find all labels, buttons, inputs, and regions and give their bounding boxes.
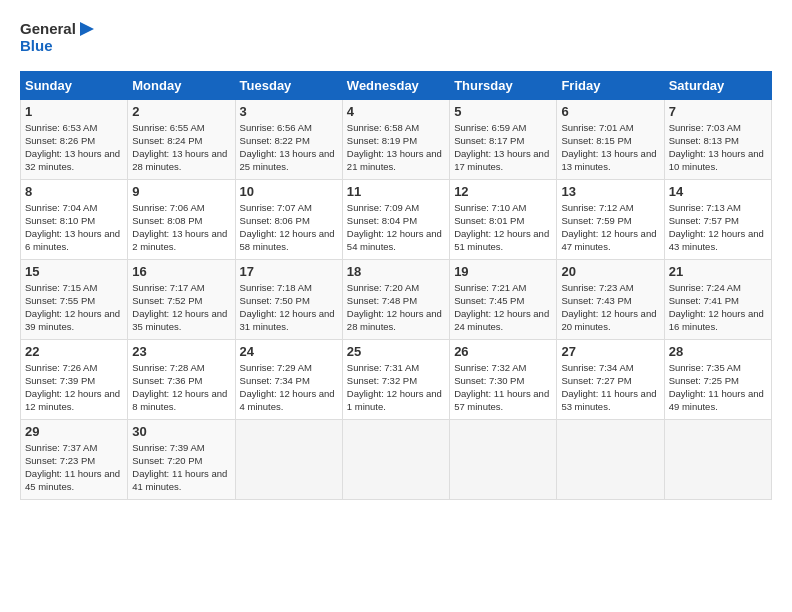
calendar-cell — [664, 419, 771, 499]
logo-general: General — [20, 21, 76, 38]
calendar-cell: 4Sunrise: 6:58 AMSunset: 8:19 PMDaylight… — [342, 99, 449, 179]
calendar-cell: 30Sunrise: 7:39 AMSunset: 7:20 PMDayligh… — [128, 419, 235, 499]
day-number: 1 — [25, 104, 123, 119]
day-number: 6 — [561, 104, 659, 119]
calendar-cell: 15Sunrise: 7:15 AMSunset: 7:55 PMDayligh… — [21, 259, 128, 339]
calendar-cell — [342, 419, 449, 499]
calendar-cell: 23Sunrise: 7:28 AMSunset: 7:36 PMDayligh… — [128, 339, 235, 419]
day-number: 15 — [25, 264, 123, 279]
calendar-cell: 18Sunrise: 7:20 AMSunset: 7:48 PMDayligh… — [342, 259, 449, 339]
day-number: 22 — [25, 344, 123, 359]
day-number: 21 — [669, 264, 767, 279]
calendar-table: SundayMondayTuesdayWednesdayThursdayFrid… — [20, 71, 772, 500]
logo: General Blue — [20, 20, 96, 55]
col-header-tuesday: Tuesday — [235, 71, 342, 99]
day-number: 25 — [347, 344, 445, 359]
cell-sun-info: Sunrise: 7:12 AMSunset: 7:59 PMDaylight:… — [561, 201, 659, 254]
day-number: 19 — [454, 264, 552, 279]
calendar-cell: 27Sunrise: 7:34 AMSunset: 7:27 PMDayligh… — [557, 339, 664, 419]
cell-sun-info: Sunrise: 7:35 AMSunset: 7:25 PMDaylight:… — [669, 361, 767, 414]
col-header-saturday: Saturday — [664, 71, 771, 99]
calendar-week-4: 22Sunrise: 7:26 AMSunset: 7:39 PMDayligh… — [21, 339, 772, 419]
calendar-week-2: 8Sunrise: 7:04 AMSunset: 8:10 PMDaylight… — [21, 179, 772, 259]
calendar-cell: 6Sunrise: 7:01 AMSunset: 8:15 PMDaylight… — [557, 99, 664, 179]
cell-sun-info: Sunrise: 7:37 AMSunset: 7:23 PMDaylight:… — [25, 441, 123, 494]
day-number: 11 — [347, 184, 445, 199]
col-header-thursday: Thursday — [450, 71, 557, 99]
svg-marker-0 — [80, 22, 94, 36]
calendar-cell: 22Sunrise: 7:26 AMSunset: 7:39 PMDayligh… — [21, 339, 128, 419]
cell-sun-info: Sunrise: 7:21 AMSunset: 7:45 PMDaylight:… — [454, 281, 552, 334]
calendar-cell: 29Sunrise: 7:37 AMSunset: 7:23 PMDayligh… — [21, 419, 128, 499]
calendar-cell: 13Sunrise: 7:12 AMSunset: 7:59 PMDayligh… — [557, 179, 664, 259]
day-number: 20 — [561, 264, 659, 279]
day-number: 10 — [240, 184, 338, 199]
day-number: 5 — [454, 104, 552, 119]
cell-sun-info: Sunrise: 6:59 AMSunset: 8:17 PMDaylight:… — [454, 121, 552, 174]
calendar-cell — [235, 419, 342, 499]
day-number: 18 — [347, 264, 445, 279]
calendar-cell: 9Sunrise: 7:06 AMSunset: 8:08 PMDaylight… — [128, 179, 235, 259]
cell-sun-info: Sunrise: 7:34 AMSunset: 7:27 PMDaylight:… — [561, 361, 659, 414]
calendar-cell: 11Sunrise: 7:09 AMSunset: 8:04 PMDayligh… — [342, 179, 449, 259]
logo-container: General Blue — [20, 20, 96, 55]
calendar-cell — [557, 419, 664, 499]
day-number: 27 — [561, 344, 659, 359]
day-number: 26 — [454, 344, 552, 359]
calendar-cell: 8Sunrise: 7:04 AMSunset: 8:10 PMDaylight… — [21, 179, 128, 259]
col-header-sunday: Sunday — [21, 71, 128, 99]
calendar-cell: 14Sunrise: 7:13 AMSunset: 7:57 PMDayligh… — [664, 179, 771, 259]
cell-sun-info: Sunrise: 6:56 AMSunset: 8:22 PMDaylight:… — [240, 121, 338, 174]
cell-sun-info: Sunrise: 7:20 AMSunset: 7:48 PMDaylight:… — [347, 281, 445, 334]
cell-sun-info: Sunrise: 7:29 AMSunset: 7:34 PMDaylight:… — [240, 361, 338, 414]
cell-sun-info: Sunrise: 7:32 AMSunset: 7:30 PMDaylight:… — [454, 361, 552, 414]
cell-sun-info: Sunrise: 6:55 AMSunset: 8:24 PMDaylight:… — [132, 121, 230, 174]
cell-sun-info: Sunrise: 7:06 AMSunset: 8:08 PMDaylight:… — [132, 201, 230, 254]
day-number: 17 — [240, 264, 338, 279]
col-header-monday: Monday — [128, 71, 235, 99]
day-number: 4 — [347, 104, 445, 119]
calendar-week-5: 29Sunrise: 7:37 AMSunset: 7:23 PMDayligh… — [21, 419, 772, 499]
cell-sun-info: Sunrise: 7:26 AMSunset: 7:39 PMDaylight:… — [25, 361, 123, 414]
logo-blue: Blue — [20, 38, 96, 55]
calendar-cell: 24Sunrise: 7:29 AMSunset: 7:34 PMDayligh… — [235, 339, 342, 419]
cell-sun-info: Sunrise: 7:31 AMSunset: 7:32 PMDaylight:… — [347, 361, 445, 414]
cell-sun-info: Sunrise: 7:13 AMSunset: 7:57 PMDaylight:… — [669, 201, 767, 254]
calendar-cell: 16Sunrise: 7:17 AMSunset: 7:52 PMDayligh… — [128, 259, 235, 339]
calendar-cell: 1Sunrise: 6:53 AMSunset: 8:26 PMDaylight… — [21, 99, 128, 179]
col-header-wednesday: Wednesday — [342, 71, 449, 99]
header: General Blue — [20, 20, 772, 55]
day-number: 29 — [25, 424, 123, 439]
cell-sun-info: Sunrise: 6:58 AMSunset: 8:19 PMDaylight:… — [347, 121, 445, 174]
calendar-cell: 17Sunrise: 7:18 AMSunset: 7:50 PMDayligh… — [235, 259, 342, 339]
calendar-cell: 28Sunrise: 7:35 AMSunset: 7:25 PMDayligh… — [664, 339, 771, 419]
day-number: 30 — [132, 424, 230, 439]
calendar-cell: 20Sunrise: 7:23 AMSunset: 7:43 PMDayligh… — [557, 259, 664, 339]
day-number: 14 — [669, 184, 767, 199]
cell-sun-info: Sunrise: 7:28 AMSunset: 7:36 PMDaylight:… — [132, 361, 230, 414]
calendar-cell: 12Sunrise: 7:10 AMSunset: 8:01 PMDayligh… — [450, 179, 557, 259]
day-number: 7 — [669, 104, 767, 119]
cell-sun-info: Sunrise: 7:24 AMSunset: 7:41 PMDaylight:… — [669, 281, 767, 334]
col-header-friday: Friday — [557, 71, 664, 99]
day-number: 23 — [132, 344, 230, 359]
day-number: 28 — [669, 344, 767, 359]
cell-sun-info: Sunrise: 6:53 AMSunset: 8:26 PMDaylight:… — [25, 121, 123, 174]
cell-sun-info: Sunrise: 7:07 AMSunset: 8:06 PMDaylight:… — [240, 201, 338, 254]
header-row: SundayMondayTuesdayWednesdayThursdayFrid… — [21, 71, 772, 99]
day-number: 12 — [454, 184, 552, 199]
calendar-cell: 21Sunrise: 7:24 AMSunset: 7:41 PMDayligh… — [664, 259, 771, 339]
cell-sun-info: Sunrise: 7:09 AMSunset: 8:04 PMDaylight:… — [347, 201, 445, 254]
day-number: 13 — [561, 184, 659, 199]
calendar-cell: 2Sunrise: 6:55 AMSunset: 8:24 PMDaylight… — [128, 99, 235, 179]
calendar-week-3: 15Sunrise: 7:15 AMSunset: 7:55 PMDayligh… — [21, 259, 772, 339]
cell-sun-info: Sunrise: 7:39 AMSunset: 7:20 PMDaylight:… — [132, 441, 230, 494]
cell-sun-info: Sunrise: 7:04 AMSunset: 8:10 PMDaylight:… — [25, 201, 123, 254]
calendar-cell: 10Sunrise: 7:07 AMSunset: 8:06 PMDayligh… — [235, 179, 342, 259]
day-number: 8 — [25, 184, 123, 199]
day-number: 9 — [132, 184, 230, 199]
cell-sun-info: Sunrise: 7:23 AMSunset: 7:43 PMDaylight:… — [561, 281, 659, 334]
day-number: 3 — [240, 104, 338, 119]
logo-triangle-icon — [78, 20, 96, 38]
calendar-week-1: 1Sunrise: 6:53 AMSunset: 8:26 PMDaylight… — [21, 99, 772, 179]
